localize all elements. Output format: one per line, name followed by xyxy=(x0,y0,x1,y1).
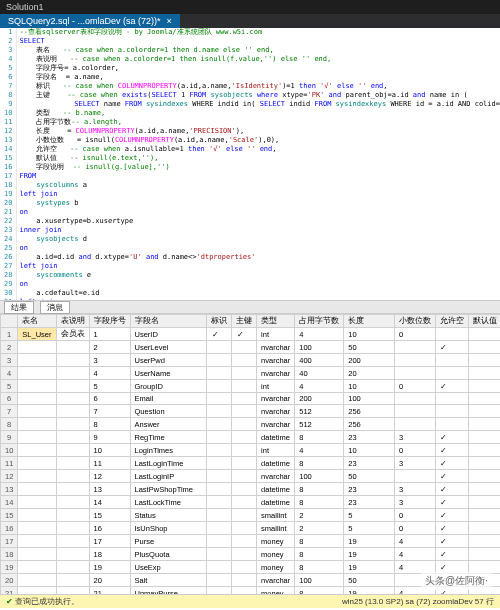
status-right: win25 (13.0 SP2) sa (72) zoomlaDev 57 行 xyxy=(342,596,494,607)
results-grid[interactable]: 表名表说明字段序号字段名标识主键类型占用字节数长度小数位数允许空默认值字段说明1… xyxy=(0,314,500,594)
results-toolbar: 结果 消息 xyxy=(0,300,500,314)
close-icon[interactable]: × xyxy=(167,16,172,26)
status-text: 查询已成功执行。 xyxy=(15,597,79,606)
sql-editor[interactable]: 1234567891011121314151617181920212223242… xyxy=(0,28,500,300)
code-area[interactable]: --查看sqlserver表和字段说明 - by Joomla/准系统团队 ww… xyxy=(17,28,500,300)
file-tab[interactable]: SQLQuery2.sql - ...omlaDev (sa (72))* × xyxy=(0,14,180,28)
tab-bar: SQLQuery2.sql - ...omlaDev (sa (72))* × xyxy=(0,14,500,28)
results-tab[interactable]: 结果 xyxy=(4,301,34,314)
status-bar: ✔ 查询已成功执行。 win25 (13.0 SP2) sa (72) zoom… xyxy=(0,594,500,608)
line-gutter: 1234567891011121314151617181920212223242… xyxy=(0,28,17,300)
tab-label: SQLQuery2.sql - ...omlaDev (sa (72))* xyxy=(8,16,161,26)
messages-tab[interactable]: 消息 xyxy=(40,301,70,314)
watermark: 头条@佐阿衡· xyxy=(421,572,492,590)
check-icon: ✔ xyxy=(6,597,13,606)
title-bar: Solution1 xyxy=(0,0,500,14)
